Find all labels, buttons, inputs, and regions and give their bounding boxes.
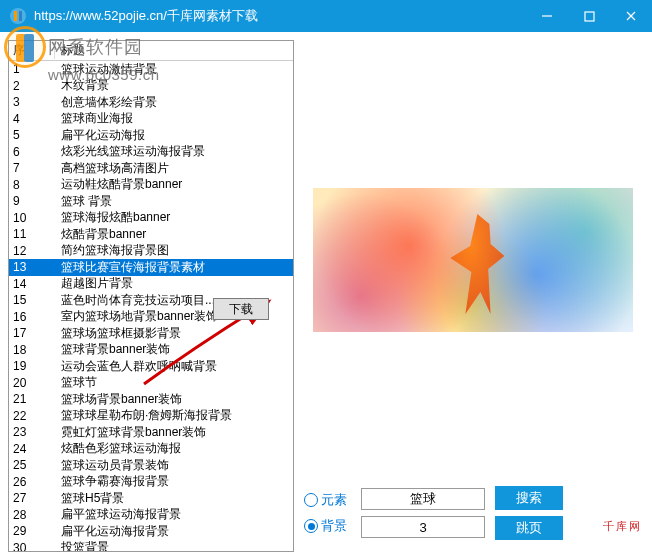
table-row[interactable]: 26篮球争霸赛海报背景 — [9, 474, 293, 491]
table-row[interactable]: 10篮球海报炫酷banner — [9, 210, 293, 227]
titlebar-title: https://www.52pojie.cn/千库网素材下载 — [34, 7, 258, 25]
row-seq: 25 — [9, 458, 55, 472]
row-seq: 28 — [9, 508, 55, 522]
table-row[interactable]: 20篮球节 — [9, 375, 293, 392]
minimize-button[interactable] — [526, 0, 568, 32]
row-seq: 12 — [9, 244, 55, 258]
row-title: 扁平化运动海报 — [55, 127, 293, 144]
row-seq: 3 — [9, 95, 55, 109]
row-title: 扁平化运动海报背景 — [55, 523, 293, 540]
table-row[interactable]: 22篮球球星勒布朗·詹姆斯海报背景 — [9, 408, 293, 425]
table-row[interactable]: 23霓虹灯篮球背景banner装饰 — [9, 424, 293, 441]
header-seq[interactable]: 序 — [9, 42, 55, 59]
titlebar: https://www.52pojie.cn/千库网素材下载 — [0, 0, 652, 32]
table-row[interactable]: 19运动会蓝色人群欢呼呐喊背景 — [9, 358, 293, 375]
table-row[interactable]: 21篮球场背景banner装饰 — [9, 391, 293, 408]
row-seq: 9 — [9, 194, 55, 208]
row-seq: 22 — [9, 409, 55, 423]
row-title: 篮球争霸赛海报背景 — [55, 473, 293, 490]
row-title: 篮球球星勒布朗·詹姆斯海报背景 — [55, 407, 293, 424]
row-seq: 14 — [9, 277, 55, 291]
row-seq: 26 — [9, 475, 55, 489]
radio-background[interactable]: 背景 — [304, 517, 347, 535]
table-row[interactable]: 24炫酷色彩篮球运动海报 — [9, 441, 293, 458]
radio-dot-icon — [304, 519, 318, 533]
row-title: 篮球场背景banner装饰 — [55, 391, 293, 408]
app-icon — [8, 6, 28, 26]
row-title: 篮球比赛宣传海报背景素材 — [55, 259, 293, 276]
table-row[interactable]: 2木纹背景 — [9, 78, 293, 95]
row-seq: 29 — [9, 524, 55, 538]
table-row[interactable]: 8运动鞋炫酷背景banner — [9, 177, 293, 194]
row-title: 炫彩光线篮球运动海报背景 — [55, 143, 293, 160]
row-title: 运动会蓝色人群欢呼呐喊背景 — [55, 358, 293, 375]
row-title: 超越图片背景 — [55, 275, 293, 292]
table-row[interactable]: 11炫酷背景banner — [9, 226, 293, 243]
row-seq: 21 — [9, 392, 55, 406]
table-row[interactable]: 12简约篮球海报背景图 — [9, 243, 293, 260]
row-title: 篮球海报炫酷banner — [55, 209, 293, 226]
row-title: 霓虹灯篮球背景banner装饰 — [55, 424, 293, 441]
table-row[interactable]: 13篮球比赛宣传海报背景素材 — [9, 259, 293, 276]
row-title: 篮球运动激情背景 — [55, 61, 293, 78]
table-row[interactable]: 14超越图片背景 — [9, 276, 293, 293]
table-row[interactable]: 5扁平化运动海报 — [9, 127, 293, 144]
table-row[interactable]: 4篮球商业海报 — [9, 111, 293, 128]
row-title: 篮球节 — [55, 374, 293, 391]
row-title: 木纹背景 — [55, 77, 293, 94]
search-input[interactable] — [361, 488, 485, 510]
table-row[interactable]: 1篮球运动激情背景 — [9, 61, 293, 78]
radio-element-label: 元素 — [321, 491, 347, 509]
row-seq: 24 — [9, 442, 55, 456]
table-row[interactable]: 30投篮背景 — [9, 540, 293, 552]
brand-label: 千库网 — [603, 519, 642, 534]
jump-page-button[interactable]: 跳页 — [495, 516, 563, 540]
row-title: 篮球运动员背景装饰 — [55, 457, 293, 474]
page-input[interactable] — [361, 516, 485, 538]
table-row[interactable]: 9篮球 背景 — [9, 193, 293, 210]
row-seq: 20 — [9, 376, 55, 390]
row-title: 投篮背景 — [55, 539, 293, 551]
maximize-button[interactable] — [568, 0, 610, 32]
row-title: 篮球商业海报 — [55, 110, 293, 127]
table-row[interactable]: 28扁平篮球运动海报背景 — [9, 507, 293, 524]
download-button[interactable]: 下载 — [213, 298, 269, 320]
table-row[interactable]: 18篮球背景banner装饰 — [9, 342, 293, 359]
preview-pane — [302, 40, 644, 480]
table-row[interactable]: 17篮球场篮球框摄影背景 — [9, 325, 293, 342]
row-title: 炫酷背景banner — [55, 226, 293, 243]
row-seq: 13 — [9, 260, 55, 274]
row-seq: 10 — [9, 211, 55, 225]
radio-dot-icon — [304, 493, 318, 507]
svg-point-0 — [10, 8, 26, 24]
row-title: 运动鞋炫酷背景banner — [55, 176, 293, 193]
table-row[interactable]: 29扁平化运动海报背景 — [9, 523, 293, 540]
svg-rect-4 — [585, 12, 594, 21]
header-title[interactable]: 标题 — [55, 42, 293, 59]
radio-element[interactable]: 元素 — [304, 491, 347, 509]
row-title: 篮球背景banner装饰 — [55, 341, 293, 358]
row-title: 炫酷色彩篮球运动海报 — [55, 440, 293, 457]
table-row[interactable]: 3创意墙体彩绘背景 — [9, 94, 293, 111]
row-seq: 15 — [9, 293, 55, 307]
table-row[interactable]: 7高档篮球场高清图片 — [9, 160, 293, 177]
svg-rect-2 — [19, 11, 22, 21]
row-title: 篮球 背景 — [55, 193, 293, 210]
row-seq: 4 — [9, 112, 55, 126]
table-row[interactable]: 27篮球H5背景 — [9, 490, 293, 507]
results-list: 序 标题 1篮球运动激情背景2木纹背景3创意墙体彩绘背景4篮球商业海报5扁平化运… — [8, 40, 294, 552]
search-button[interactable]: 搜索 — [495, 486, 563, 510]
row-seq: 17 — [9, 326, 55, 340]
row-seq: 5 — [9, 128, 55, 142]
table-row[interactable]: 25篮球运动员背景装饰 — [9, 457, 293, 474]
row-seq: 19 — [9, 359, 55, 373]
row-title: 篮球场篮球框摄影背景 — [55, 325, 293, 342]
row-seq: 30 — [9, 541, 55, 551]
list-header: 序 标题 — [9, 41, 293, 61]
close-button[interactable] — [610, 0, 652, 32]
row-seq: 2 — [9, 79, 55, 93]
row-seq: 18 — [9, 343, 55, 357]
radio-background-label: 背景 — [321, 517, 347, 535]
row-seq: 8 — [9, 178, 55, 192]
table-row[interactable]: 6炫彩光线篮球运动海报背景 — [9, 144, 293, 161]
